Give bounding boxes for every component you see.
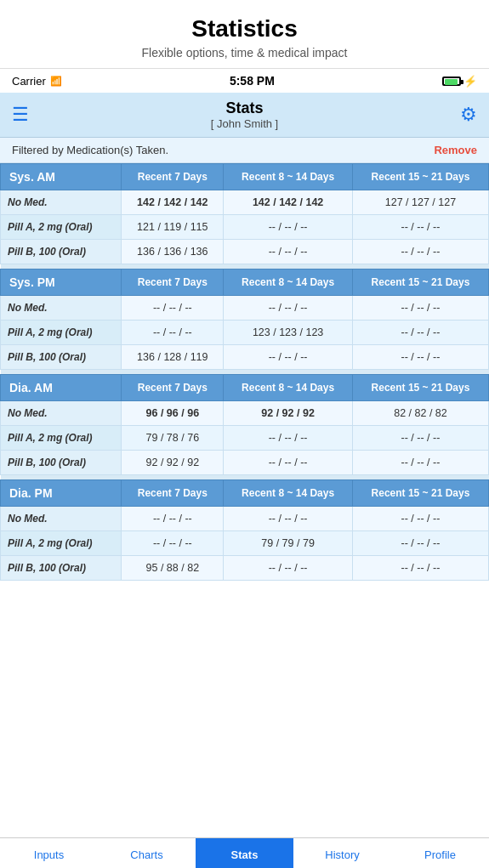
- status-bar-left: Carrier 📶: [12, 75, 62, 88]
- dia-am-label: Dia. AM: [1, 375, 122, 401]
- table-row: Pill B, 100 (Oral) 92 / 92 / 92 -- / -- …: [1, 451, 489, 475]
- table-row: Pill B, 100 (Oral) 136 / 128 / 119 -- / …: [1, 345, 489, 370]
- row-cell: 142 / 142 / 142: [122, 190, 224, 215]
- status-bar: Carrier 📶 5:58 PM ⚡: [0, 69, 489, 93]
- row-label: No Med.: [1, 401, 122, 426]
- battery-icon: [442, 77, 461, 86]
- row-label: Pill A, 2 mg (Oral): [1, 215, 122, 240]
- row-cell: -- / -- / --: [352, 426, 488, 451]
- row-cell: -- / -- / --: [122, 296, 224, 321]
- row-label: Pill B, 100 (Oral): [1, 556, 122, 581]
- wifi-icon: 📶: [50, 76, 62, 87]
- row-cell: 96 / 96 / 96: [122, 401, 224, 426]
- section-header-dia-am: Dia. AM Recent 7 Days Recent 8 ~ 14 Days…: [1, 375, 489, 401]
- col-header-3b: Recent 15 ~ 21 Days: [352, 269, 488, 296]
- row-label: Pill B, 100 (Oral): [1, 345, 122, 370]
- tab-profile-label: Profile: [424, 848, 456, 861]
- nav-bar-title: Stats [ John Smith ]: [211, 99, 278, 130]
- row-cell: -- / -- / --: [352, 321, 488, 345]
- row-label: Pill A, 2 mg (Oral): [1, 531, 122, 556]
- table-row: Pill B, 100 (Oral) 95 / 88 / 82 -- / -- …: [1, 556, 489, 581]
- row-cell: 136 / 136 / 136: [122, 240, 224, 264]
- tab-stats[interactable]: Stats: [196, 838, 293, 868]
- table-row: No Med. 96 / 96 / 96 92 / 92 / 92 82 / 8…: [1, 401, 489, 426]
- row-label: Pill B, 100 (Oral): [1, 240, 122, 264]
- row-cell: -- / -- / --: [122, 507, 224, 531]
- row-cell: -- / -- / --: [224, 240, 353, 264]
- filter-remove-button[interactable]: Remove: [434, 144, 477, 156]
- sys-pm-label: Sys. PM: [1, 269, 122, 296]
- stats-content: Sys. AM Recent 7 Days Recent 8 ~ 14 Days…: [0, 163, 489, 837]
- row-label: Pill A, 2 mg (Oral): [1, 321, 122, 345]
- row-cell: 82 / 82 / 82: [352, 401, 488, 426]
- nav-title-text: Stats: [211, 99, 278, 117]
- col-header-3c: Recent 15 ~ 21 Days: [352, 375, 488, 401]
- col-header-2b: Recent 8 ~ 14 Days: [224, 269, 353, 296]
- row-cell: -- / -- / --: [224, 215, 353, 240]
- sys-am-label: Sys. AM: [1, 164, 122, 190]
- section-header-dia-pm: Dia. PM Recent 7 Days Recent 8 ~ 14 Days…: [1, 480, 489, 507]
- tab-charts-label: Charts: [130, 848, 162, 861]
- section-header-sys-pm: Sys. PM Recent 7 Days Recent 8 ~ 14 Days…: [1, 269, 489, 296]
- table-row: No Med. -- / -- / -- -- / -- / -- -- / -…: [1, 507, 489, 531]
- tab-inputs-label: Inputs: [34, 848, 64, 861]
- tab-inputs[interactable]: Inputs: [0, 838, 98, 868]
- row-cell: 79 / 79 / 79: [224, 531, 353, 556]
- row-cell: -- / -- / --: [224, 345, 353, 370]
- tab-profile[interactable]: Profile: [391, 838, 489, 868]
- table-row: Pill A, 2 mg (Oral) -- / -- / -- 79 / 79…: [1, 531, 489, 556]
- table-row: Pill A, 2 mg (Oral) 79 / 78 / 76 -- / --…: [1, 426, 489, 451]
- row-cell: 142 / 142 / 142: [224, 190, 353, 215]
- tab-history-label: History: [325, 848, 359, 861]
- row-cell: -- / -- / --: [352, 345, 488, 370]
- row-cell: -- / -- / --: [224, 451, 353, 475]
- status-bar-right: ⚡: [442, 75, 477, 88]
- row-cell: -- / -- / --: [122, 531, 224, 556]
- stats-table: Sys. AM Recent 7 Days Recent 8 ~ 14 Days…: [0, 163, 489, 581]
- tab-stats-label: Stats: [231, 848, 259, 861]
- nav-bar: ☰ Stats [ John Smith ] ⚙: [0, 93, 489, 138]
- row-label: Pill B, 100 (Oral): [1, 451, 122, 475]
- row-label: No Med.: [1, 190, 122, 215]
- row-cell: 127 / 127 / 127: [352, 190, 488, 215]
- row-label: Pill A, 2 mg (Oral): [1, 426, 122, 451]
- lightning-icon: ⚡: [463, 75, 477, 88]
- col-header-2c: Recent 8 ~ 14 Days: [224, 375, 353, 401]
- battery-fill: [445, 79, 458, 85]
- app-header: Statistics Flexible options, time & medi…: [0, 0, 489, 69]
- table-row: Pill A, 2 mg (Oral) -- / -- / -- 123 / 1…: [1, 321, 489, 345]
- filter-text: Filtered by Medication(s) Taken.: [12, 144, 168, 156]
- col-header-2: Recent 8 ~ 14 Days: [224, 164, 353, 190]
- tab-history[interactable]: History: [293, 838, 391, 868]
- tab-bar: Inputs Charts Stats History Profile: [0, 837, 489, 868]
- app-title: Statistics: [14, 15, 475, 43]
- table-row: Pill B, 100 (Oral) 136 / 136 / 136 -- / …: [1, 240, 489, 264]
- row-cell: -- / -- / --: [122, 321, 224, 345]
- row-cell: 123 / 123 / 123: [224, 321, 353, 345]
- phone-wrapper: Statistics Flexible options, time & medi…: [0, 0, 489, 868]
- row-cell: 92 / 92 / 92: [224, 401, 353, 426]
- gear-icon[interactable]: ⚙: [460, 104, 477, 126]
- dia-pm-label: Dia. PM: [1, 480, 122, 507]
- col-header-2d: Recent 8 ~ 14 Days: [224, 480, 353, 507]
- row-cell: -- / -- / --: [352, 507, 488, 531]
- col-header-1d: Recent 7 Days: [122, 480, 224, 507]
- table-row: No Med. 142 / 142 / 142 142 / 142 / 142 …: [1, 190, 489, 215]
- row-cell: -- / -- / --: [352, 240, 488, 264]
- row-cell: -- / -- / --: [352, 215, 488, 240]
- row-cell: -- / -- / --: [224, 426, 353, 451]
- table-row: Pill A, 2 mg (Oral) 121 / 119 / 115 -- /…: [1, 215, 489, 240]
- col-header-3: Recent 15 ~ 21 Days: [352, 164, 488, 190]
- row-cell: -- / -- / --: [352, 451, 488, 475]
- tab-charts[interactable]: Charts: [98, 838, 196, 868]
- row-cell: 95 / 88 / 82: [122, 556, 224, 581]
- app-subtitle: Flexible options, time & medical impact: [14, 46, 475, 60]
- col-header-1c: Recent 7 Days: [122, 375, 224, 401]
- hamburger-icon[interactable]: ☰: [12, 104, 29, 126]
- col-header-1b: Recent 7 Days: [122, 269, 224, 296]
- table-row: No Med. -- / -- / -- -- / -- / -- -- / -…: [1, 296, 489, 321]
- carrier-label: Carrier: [12, 75, 46, 88]
- row-cell: -- / -- / --: [352, 531, 488, 556]
- col-header-3d: Recent 15 ~ 21 Days: [352, 480, 488, 507]
- row-cell: -- / -- / --: [352, 296, 488, 321]
